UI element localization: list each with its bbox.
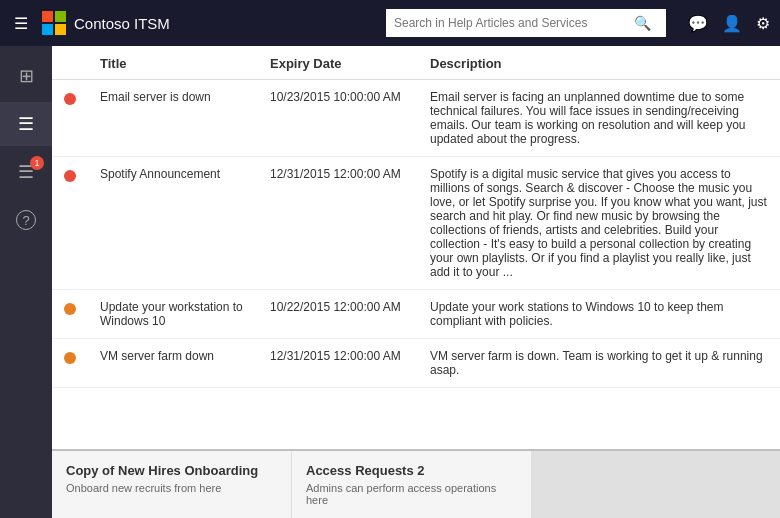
- search-input[interactable]: [394, 16, 634, 30]
- grid-icon: ⊞: [19, 65, 34, 87]
- settings-icon[interactable]: ⚙: [756, 14, 770, 33]
- sidebar-item-help[interactable]: ?: [0, 198, 52, 242]
- announcements-table: Title Expiry Date Description Email serv…: [52, 46, 780, 388]
- status-dot-cell: [52, 80, 88, 157]
- status-dot: [64, 93, 76, 105]
- main-content: Title Expiry Date Description Email serv…: [52, 46, 780, 518]
- service-card[interactable]: Access Requests 2 Admins can perform acc…: [292, 451, 532, 518]
- status-dot-cell: [52, 339, 88, 388]
- search-icon: 🔍: [634, 15, 651, 31]
- search-bar[interactable]: 🔍: [386, 9, 666, 37]
- announcements-table-area: Title Expiry Date Description Email serv…: [52, 46, 780, 449]
- app-title: Contoso ITSM: [74, 15, 170, 32]
- chat-icon[interactable]: 💬: [688, 14, 708, 33]
- col-description: Description: [418, 46, 780, 80]
- col-title: Title: [88, 46, 258, 80]
- row-title: Email server is down: [88, 80, 258, 157]
- cards-area: Copy of New Hires Onboarding Onboard new…: [52, 449, 780, 518]
- card-title: Copy of New Hires Onboarding: [66, 463, 277, 478]
- status-dot: [64, 352, 76, 364]
- row-expiry: 12/31/2015 12:00:00 AM: [258, 339, 418, 388]
- row-expiry: 10/23/2015 10:00:00 AM: [258, 80, 418, 157]
- status-dot-cell: [52, 157, 88, 290]
- sidebar: ⊞ ☰ ☰ 1 ?: [0, 46, 52, 518]
- row-title: Spotify Announcement: [88, 157, 258, 290]
- row-description: Email server is facing an unplanned down…: [418, 80, 780, 157]
- row-description: Update your work stations to Windows 10 …: [418, 290, 780, 339]
- help-icon: ?: [16, 210, 36, 230]
- col-status: [52, 46, 88, 80]
- row-expiry: 10/22/2015 12:00:00 AM: [258, 290, 418, 339]
- header: ☰ Contoso ITSM 🔍 💬 👤 ⚙: [0, 0, 780, 46]
- card-title: Access Requests 2: [306, 463, 517, 478]
- users-icon: ☰: [18, 113, 34, 135]
- user-icon[interactable]: 👤: [722, 14, 742, 33]
- row-title: VM server farm down: [88, 339, 258, 388]
- header-action-icons: 💬 👤 ⚙: [688, 14, 770, 33]
- table-row[interactable]: Update your workstation to Windows 10 10…: [52, 290, 780, 339]
- card-subtitle: Admins can perform access operations her…: [306, 482, 517, 506]
- row-expiry: 12/31/2015 12:00:00 AM: [258, 157, 418, 290]
- status-dot: [64, 170, 76, 182]
- hamburger-icon[interactable]: ☰: [10, 10, 32, 37]
- status-dot: [64, 303, 76, 315]
- status-dot-cell: [52, 290, 88, 339]
- table-row[interactable]: Spotify Announcement 12/31/2015 12:00:00…: [52, 157, 780, 290]
- row-description: VM server farm is down. Team is working …: [418, 339, 780, 388]
- sidebar-item-grid[interactable]: ⊞: [0, 54, 52, 98]
- card-subtitle: Onboard new recruits from here: [66, 482, 277, 494]
- cards-right-panel: [532, 451, 780, 518]
- table-row[interactable]: VM server farm down 12/31/2015 12:00:00 …: [52, 339, 780, 388]
- row-title: Update your workstation to Windows 10: [88, 290, 258, 339]
- main-layout: ⊞ ☰ ☰ 1 ? Title Expiry Date Description: [0, 46, 780, 518]
- service-card[interactable]: Copy of New Hires Onboarding Onboard new…: [52, 451, 292, 518]
- logo: Contoso ITSM: [42, 11, 170, 35]
- list-badge: 1: [30, 156, 44, 170]
- ms-logo-icon: [42, 11, 66, 35]
- table-row[interactable]: Email server is down 10/23/2015 10:00:00…: [52, 80, 780, 157]
- row-description: Spotify is a digital music service that …: [418, 157, 780, 290]
- col-expiry: Expiry Date: [258, 46, 418, 80]
- sidebar-item-list[interactable]: ☰ 1: [0, 150, 52, 194]
- sidebar-item-users[interactable]: ☰: [0, 102, 52, 146]
